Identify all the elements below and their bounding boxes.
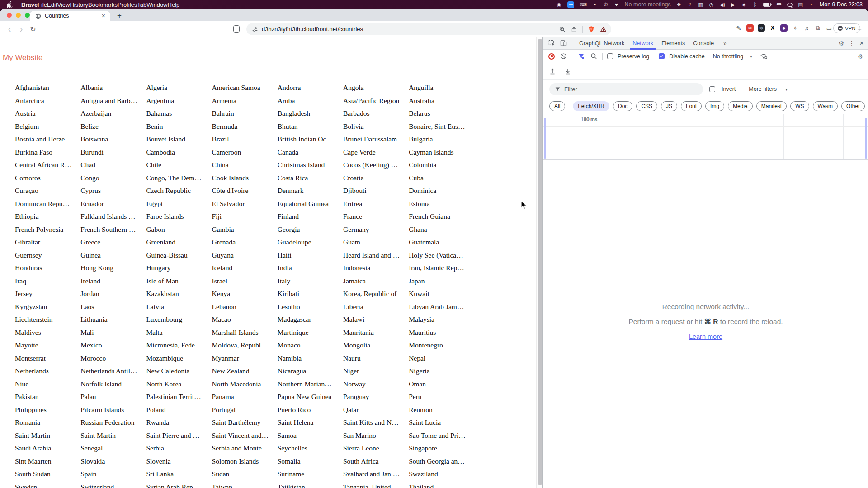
browser-menu-icon[interactable]: ≡	[858, 24, 862, 32]
bluetooth-icon[interactable]: ᛒ	[752, 0, 758, 9]
request-type-chip[interactable]	[569, 103, 569, 110]
import-har-icon[interactable]	[548, 67, 557, 75]
request-type-chip[interactable]: WS	[790, 101, 809, 111]
wifi-icon[interactable]: )))	[774, 2, 783, 7]
sidebar-icon[interactable]	[233, 25, 240, 33]
menubar-clock[interactable]: Mon 9 Dec 23:03	[820, 1, 863, 8]
network-conditions-icon[interactable]	[760, 52, 768, 61]
disable-cache-label[interactable]: Disable cache	[669, 53, 705, 60]
back-button[interactable]: ‹	[4, 24, 15, 34]
pen-extension-icon[interactable]: ✎	[735, 24, 742, 32]
timer-icon[interactable]: ◷	[709, 0, 714, 9]
card-extension-icon[interactable]: ▭	[826, 24, 833, 32]
more-filters-dropdown-icon[interactable]: ▾	[785, 87, 788, 92]
menubar-item[interactable]: Edit	[47, 1, 57, 8]
menubar-item[interactable]: Help	[168, 1, 180, 8]
privacy-shield-icon[interactable]: ◓	[592, 0, 598, 9]
record-network-log-button[interactable]	[548, 53, 555, 60]
network-timeline[interactable]: 20 ms40 ms60 ms80 ms100 ms	[543, 114, 868, 160]
search-network-icon[interactable]	[590, 52, 598, 61]
phone-icon[interactable]: ✆	[603, 0, 609, 9]
filter-input[interactable]: Filter	[549, 83, 703, 95]
window-extension-icon[interactable]: ⧉	[814, 24, 821, 32]
more-filters-button[interactable]: More filters	[749, 86, 777, 92]
devtools-tab[interactable]: Console	[689, 37, 718, 50]
devtools-tab[interactable]: Network	[628, 37, 657, 50]
request-type-chip[interactable]: Other	[841, 101, 865, 111]
filter-toggle-icon[interactable]	[577, 52, 585, 61]
volume-icon[interactable]: ◀)	[720, 0, 725, 9]
menubar-item[interactable]: File	[38, 1, 47, 8]
timeline-overview[interactable]	[543, 126, 868, 160]
heart-icon[interactable]: ♥	[614, 0, 619, 9]
tune-icon[interactable]	[252, 26, 258, 33]
invert-checkbox[interactable]	[709, 86, 715, 92]
request-type-chip[interactable]: CSS	[636, 101, 657, 111]
menubar-item[interactable]: Window	[146, 1, 167, 8]
keyboard-icon[interactable]: ⌨	[580, 0, 587, 9]
request-type-chip[interactable]: Font	[681, 101, 702, 111]
reload-button[interactable]: ↻	[27, 25, 39, 33]
devtools-tab[interactable]: Elements	[657, 37, 689, 50]
more-tabs-icon[interactable]: »	[722, 40, 729, 47]
play-circle-icon[interactable]: ▶	[731, 0, 736, 9]
battery-icon[interactable]	[763, 3, 771, 7]
request-type-chip[interactable]: Media	[728, 101, 753, 111]
url-text[interactable]: d3hzn3tyfnt3th.cloudfront.net/countries	[262, 26, 559, 33]
menubar-item[interactable]: History	[70, 1, 88, 8]
minimize-window-button[interactable]	[16, 13, 21, 18]
preserve-log-label[interactable]: Preserve log	[618, 53, 649, 60]
close-window-button[interactable]	[7, 13, 12, 18]
meeting-status-text[interactable]: No more meetings	[625, 1, 671, 8]
page-scrollbar-thumb[interactable]	[538, 39, 542, 485]
request-type-chip[interactable]: Manifest	[756, 101, 787, 111]
request-type-chip[interactable]: Doc	[613, 101, 632, 111]
warning-triangle-icon[interactable]	[600, 26, 607, 33]
export-har-icon[interactable]	[564, 67, 572, 75]
forward-button[interactable]: ›	[15, 24, 27, 34]
grid-icon[interactable]: #	[687, 0, 693, 9]
learn-more-link[interactable]: Learn more	[689, 333, 722, 340]
snowflake-extension-icon[interactable]: ❄	[758, 24, 765, 32]
status-dot-icon[interactable]: ●	[809, 0, 814, 9]
maximize-window-button[interactable]	[25, 13, 30, 18]
new-tab-button[interactable]: +	[114, 10, 125, 21]
url-bar[interactable]: d3hzn3tyfnt3th.cloudfront.net/countries	[246, 23, 611, 35]
spotlight-search-icon[interactable]	[787, 3, 793, 7]
menubar-item[interactable]: Brave	[21, 1, 38, 8]
devtools-settings-icon[interactable]: ⚙	[839, 40, 844, 47]
zoom-app-icon[interactable]: zm	[567, 1, 574, 8]
zoom-in-icon[interactable]	[559, 26, 566, 33]
share-icon[interactable]	[571, 26, 577, 33]
menubar-item[interactable]: Bookmarks	[88, 1, 118, 8]
flower-extension-icon[interactable]: ✧	[792, 24, 799, 32]
apple-icon[interactable]	[7, 1, 13, 8]
columns-icon[interactable]: ▥	[698, 0, 703, 9]
browser-tab-countries[interactable]: Countries ×	[30, 11, 110, 21]
request-type-chip[interactable]: Wasm	[813, 101, 838, 111]
tab-close-icon[interactable]: ×	[100, 12, 107, 19]
request-type-chip[interactable]: Img	[705, 101, 724, 111]
music-extension-icon[interactable]: ♫	[803, 24, 810, 32]
timeline-right-handle[interactable]	[865, 118, 867, 159]
device-toolbar-icon[interactable]	[559, 39, 567, 47]
mail-extension-icon[interactable]: ✉	[746, 24, 754, 32]
brave-shield-icon[interactable]	[588, 26, 594, 33]
menubar-item[interactable]: Profiles	[118, 1, 137, 8]
devtools-close-icon[interactable]: ×	[859, 39, 864, 48]
throttling-select[interactable]: No throttling	[713, 53, 743, 60]
inspect-element-icon[interactable]	[547, 39, 556, 47]
devtools-more-options-icon[interactable]: ⋮	[849, 40, 855, 47]
network-settings-icon[interactable]: ⚙	[857, 53, 868, 60]
request-type-chip[interactable]: JS	[661, 101, 677, 111]
request-type-chip[interactable]: All	[549, 101, 565, 111]
x-extension-icon[interactable]: X	[769, 24, 776, 32]
vpn-button[interactable]: VPN	[833, 23, 860, 33]
user-circle-icon[interactable]: ☻	[741, 0, 747, 9]
preserve-log-checkbox[interactable]	[607, 53, 613, 59]
clear-network-log-icon[interactable]	[559, 52, 567, 61]
record-dot-icon[interactable]: ◉	[557, 0, 562, 9]
disable-cache-checkbox[interactable]: ✓	[659, 53, 665, 59]
devtools-tab[interactable]: GraphQL Network	[575, 37, 628, 50]
menubar-item[interactable]: View	[57, 1, 70, 8]
